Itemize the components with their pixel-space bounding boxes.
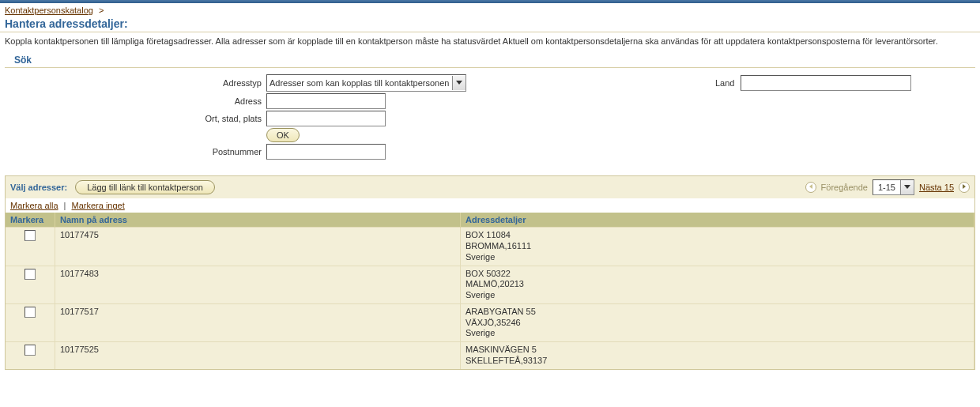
address-name-cell: 10177525 xyxy=(55,342,461,369)
address-name-cell: 10177483 xyxy=(55,266,461,303)
svg-marker-1 xyxy=(809,184,812,189)
select-all-link[interactable]: Markera alla xyxy=(10,201,58,210)
address-details-cell: BOX 11084BROMMA,16111Sverige xyxy=(461,228,974,266)
add-link-button[interactable]: Lägg till länk till kontaktperson xyxy=(75,180,215,194)
adresstyp-value: Adresser som kan kopplas till kontaktper… xyxy=(267,78,452,88)
mark-cell xyxy=(6,266,55,303)
address-details-cell: BOX 50322MALMÖ,20213Sverige xyxy=(461,266,974,303)
range-select[interactable]: 1-15 xyxy=(873,179,914,195)
land-field-group: Land xyxy=(715,75,911,91)
chevron-down-icon xyxy=(900,180,914,194)
address-line: ARABYGATAN 55 xyxy=(466,307,969,318)
pipe-separator: | xyxy=(64,201,66,210)
breadcrumb-link[interactable]: Kontaktpersonskatalog xyxy=(5,6,93,15)
address-panel: Välj adresser: Lägg till länk till konta… xyxy=(5,175,975,369)
row-checkbox[interactable] xyxy=(24,307,36,318)
address-line: BOX 50322 xyxy=(466,269,969,280)
select-none-link[interactable]: Markera inget xyxy=(72,201,125,210)
search-heading: Sök xyxy=(14,55,975,66)
row-checkbox[interactable] xyxy=(24,269,36,280)
table-row: 10177525MASKINVÄGEN 5SKELLEFTEÅ,93137 xyxy=(6,342,974,369)
page-title: Hantera adressdetaljer: xyxy=(5,17,975,30)
divider xyxy=(0,32,980,32)
postnummer-input[interactable] xyxy=(266,144,386,160)
adresstyp-label: Adresstyp xyxy=(5,78,266,88)
table-row: 10177483BOX 50322MALMÖ,20213Sverige xyxy=(6,266,974,303)
panel-title: Välj adresser: xyxy=(10,183,67,192)
ok-button[interactable]: OK xyxy=(266,128,300,142)
ort-input[interactable] xyxy=(266,111,386,126)
divider xyxy=(5,67,975,68)
address-line: MALMÖ,20213 xyxy=(466,279,969,290)
intro-text: Koppla kontaktpersonen till lämpliga för… xyxy=(0,34,980,51)
land-input[interactable] xyxy=(741,75,911,91)
breadcrumb-separator: > xyxy=(99,6,104,15)
col-mark-header: Markera xyxy=(6,213,55,228)
address-name-cell: 10177517 xyxy=(55,303,461,341)
row-checkbox[interactable] xyxy=(24,230,36,241)
address-line: BOX 11084 xyxy=(466,230,969,241)
address-details-cell: ARABYGATAN 55VÄXJÖ,35246Sverige xyxy=(461,303,974,341)
address-line: Sverige xyxy=(466,328,969,339)
address-line: MASKINVÄGEN 5 xyxy=(466,345,969,356)
ort-label: Ort, stad, plats xyxy=(5,114,266,123)
table-row: 10177475BOX 11084BROMMA,16111Sverige xyxy=(6,228,974,266)
table-row: 10177517ARABYGATAN 55VÄXJÖ,35246Sverige xyxy=(6,303,974,341)
adresstyp-select[interactable]: Adresser som kan kopplas till kontaktper… xyxy=(266,74,466,92)
next-icon[interactable] xyxy=(959,182,970,193)
svg-marker-3 xyxy=(963,184,966,189)
panel-header: Välj adresser: Lägg till länk till konta… xyxy=(6,176,974,198)
breadcrumb: Kontaktpersonskatalog > xyxy=(0,3,980,16)
search-form: Adresstyp Adresser som kan kopplas till … xyxy=(0,71,980,166)
row-checkbox[interactable] xyxy=(24,345,36,356)
address-name-cell: 10177475 xyxy=(55,228,461,266)
postnummer-label: Postnummer xyxy=(5,147,266,156)
range-value: 1-15 xyxy=(873,183,900,192)
address-line: SKELLEFTEÅ,93137 xyxy=(466,356,969,367)
adress-input[interactable] xyxy=(266,93,386,109)
svg-marker-0 xyxy=(456,81,462,85)
col-details-header: Adressdetaljer xyxy=(461,213,974,228)
next-link[interactable]: Nästa 15 xyxy=(919,183,954,192)
address-details-cell: MASKINVÄGEN 5SKELLEFTEÅ,93137 xyxy=(461,342,974,369)
mark-cell xyxy=(6,303,55,341)
address-line: Sverige xyxy=(466,252,969,263)
pager: Föregående 1-15 Nästa 15 xyxy=(805,179,970,195)
land-label: Land xyxy=(715,78,734,88)
prev-icon xyxy=(805,182,816,193)
prev-link: Föregående xyxy=(821,183,868,192)
address-line: BROMMA,16111 xyxy=(466,241,969,252)
col-name-header: Namn på adress xyxy=(55,213,461,228)
mark-cell xyxy=(6,228,55,266)
address-table: Markera Namn på adress Adressdetaljer 10… xyxy=(6,213,974,368)
svg-marker-2 xyxy=(904,185,910,189)
mark-cell xyxy=(6,342,55,369)
dotted-separator xyxy=(0,171,980,172)
chevron-down-icon xyxy=(452,76,466,90)
select-links: Markera alla | Markera inget xyxy=(6,198,974,213)
adress-label: Adress xyxy=(5,96,266,106)
address-line: VÄXJÖ,35246 xyxy=(466,318,969,329)
address-line: Sverige xyxy=(466,290,969,301)
